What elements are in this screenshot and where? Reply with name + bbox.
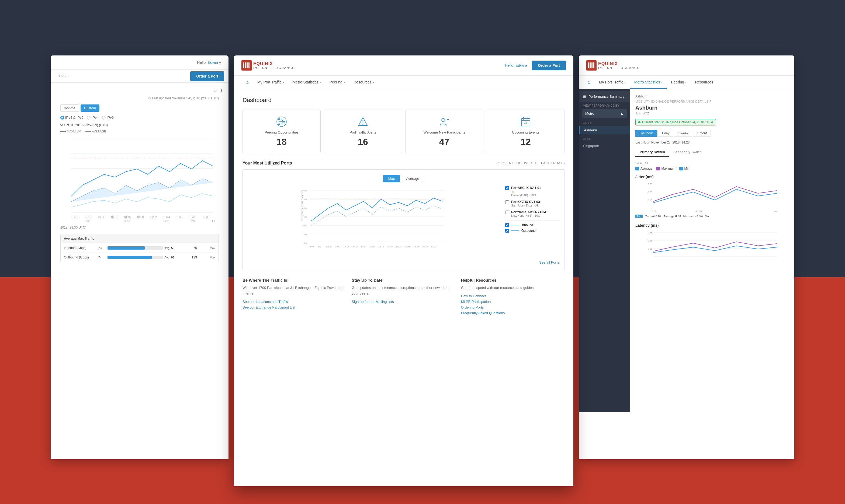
legend-outbound-checkbox[interactable]	[505, 229, 509, 233]
nav-resources[interactable]: Resources ▾	[349, 76, 378, 89]
logo-equinix: EQUINIX	[253, 61, 295, 66]
chart-legend-row: MAXMIUM AVERAGE	[56, 130, 223, 133]
peering-icon	[276, 116, 288, 128]
svg-text:0.15: 0.15	[648, 199, 652, 202]
svg-text:10/02: 10/02	[308, 246, 314, 248]
sidebar-ashburn[interactable]: Ashburn	[579, 126, 630, 134]
see-all-ports-link[interactable]: See all Ports	[248, 260, 559, 265]
right-content: ▦ Performance Summary VIEW PERFORMANCE B…	[579, 89, 794, 412]
stat-card-alerts[interactable]: Port Traffic Alerts 16	[324, 110, 402, 153]
check-min-box[interactable]	[679, 167, 683, 170]
svg-text:0: 0	[651, 207, 652, 210]
resources-link-3[interactable]: Ordering Ports	[461, 305, 565, 309]
date-range-text: to Oct 31, 2018 (23:59:59) (UTC)	[56, 123, 223, 127]
radio-ipv4[interactable]: IPv4	[87, 115, 99, 120]
right-nav-home[interactable]: ⌂	[583, 76, 595, 89]
check-avg-box[interactable]	[635, 167, 639, 170]
sidebar-metro-dropdown[interactable]: Metro ▲	[582, 109, 627, 118]
stat-card-events[interactable]: 31 Upcoming Events 12	[487, 110, 565, 153]
svg-point-37	[442, 119, 445, 122]
nav-my-port-traffic[interactable]: My Port Traffic ▾	[253, 76, 288, 89]
legend-port-3-checkbox[interactable]	[505, 211, 509, 214]
nav-metro-statistics[interactable]: Metro Statistics ▾	[288, 76, 325, 89]
radio-ipv4-ipv6[interactable]: IPv4 & IPv6	[61, 115, 84, 120]
right-nav: ⌂ My Port Traffic ▾ Metro Statistics ▾ P…	[579, 76, 794, 89]
svg-rect-28	[243, 64, 244, 64]
time-tab-1week[interactable]: 1 week	[674, 130, 692, 137]
center-panel: EQUINIX INTERNET EXCHANGE Hello, Edwin▾ …	[234, 55, 573, 486]
latency-chart-svg: 0.35 0.25 0.15	[635, 230, 789, 262]
latency-metric-section: Latency (ms) 0.35 0.25 0.15	[635, 223, 789, 262]
left-header: Hello, Edwin ▾	[51, 55, 228, 70]
bookmark-icon[interactable]: ☆	[213, 88, 217, 93]
toggle-max-btn[interactable]: Max	[383, 175, 400, 182]
chart-toggles: Max Average	[248, 175, 559, 182]
updates-link-1[interactable]: Sign up for our Mailing lists	[352, 300, 455, 304]
radio-ipv6[interactable]: IPv6	[102, 115, 114, 120]
toggle-avg-btn[interactable]: Average	[401, 175, 424, 182]
order-port-btn-left[interactable]: Order a Port	[190, 71, 224, 81]
traffic-link-1[interactable]: See our Locations and Traffic	[242, 300, 346, 304]
check-max-box[interactable]	[656, 167, 660, 170]
participants-value: 47	[410, 137, 479, 147]
logo-icon	[241, 60, 252, 71]
svg-point-33	[283, 121, 285, 123]
svg-text:⊡: ⊡	[212, 219, 215, 223]
page-title: Dashboard	[242, 97, 565, 104]
svg-text:10/18: 10/18	[378, 246, 384, 248]
svg-text:10/26: 10/26	[413, 246, 419, 248]
nav-item-resources[interactable]: rces ▾	[55, 70, 73, 83]
jitter-footer: Avg Current 0.62 Average 0.66 Maximum 1.…	[635, 215, 789, 218]
traffic-section-body: With over 1700 Participants at 31 Exchan…	[242, 285, 346, 296]
svg-text:90%: 90%	[302, 190, 307, 192]
order-port-btn-center[interactable]: Order a Port	[532, 60, 566, 70]
outbound-line-icon	[511, 231, 519, 231]
stat-card-peering[interactable]: Peering Opportunities 18	[242, 110, 321, 153]
traffic-table-header: Average/Max Traffic	[61, 234, 219, 244]
avg-line-icon	[85, 131, 91, 132]
center-main-content: Dashboard Peering O	[234, 89, 573, 324]
sidebar-view-label: VIEW PERFORMANCE BY	[579, 102, 630, 108]
svg-text:14:00: 14:00	[651, 210, 657, 213]
resources-link-1[interactable]: How to Connect	[461, 294, 565, 298]
nav-peering[interactable]: Peering ▾	[325, 76, 349, 89]
jitter-chart-svg: 0.35 0.25 0.15 0	[635, 181, 789, 214]
avg-legend: AVERAGE	[85, 130, 106, 133]
sidebar-singapore[interactable]: Singapore	[579, 142, 630, 150]
max-line-icon	[61, 131, 66, 132]
time-btn-months[interactable]: months	[61, 105, 79, 112]
stat-card-participants[interactable]: Welcome New Participants 47	[405, 110, 483, 153]
time-btn-custom[interactable]: Custom	[81, 105, 100, 112]
ports-section-meta: PORT TRAFFIC OVER THE PAST 14 DAYS	[496, 161, 565, 165]
alerts-value: 16	[328, 137, 397, 147]
svg-text:14:10: 14:10	[696, 210, 702, 213]
section-resources: Helpful Resources Get up to speed with o…	[461, 278, 565, 317]
legend-inbound-checkbox[interactable]	[505, 223, 509, 227]
traffic-link-2[interactable]: See our Exchange Participant List	[242, 305, 346, 309]
check-average: Average	[635, 167, 652, 170]
time-tab-1day[interactable]: 1 day	[657, 130, 673, 137]
legend-port-2-checkbox[interactable]	[505, 200, 509, 204]
legend-inbound: Inbound	[505, 223, 559, 227]
legend-port-1-checkbox[interactable]	[505, 186, 509, 190]
right-nav-port-traffic[interactable]: My Port Traffic ▾	[595, 76, 630, 89]
time-tabs: Last hour 1 day 1 week 1 mont	[635, 130, 789, 137]
ports-section-title: Your Most Utilized Ports	[242, 161, 292, 166]
svg-rect-27	[248, 62, 249, 68]
right-nav-resources[interactable]: Resources	[691, 76, 718, 89]
time-tab-last-hour[interactable]: Last hour	[635, 130, 657, 137]
resources-link-2[interactable]: MLPE Participation	[461, 300, 565, 304]
status-badge: Current Status: UP Since October 24, 201…	[635, 119, 716, 125]
right-nav-peering[interactable]: Peering ▾	[667, 76, 691, 89]
nav-home-icon[interactable]: ⌂	[241, 76, 253, 89]
primary-switch-tab[interactable]: Primary Switch	[635, 148, 669, 157]
svg-point-31	[278, 118, 280, 120]
download-icon[interactable]: ⬇	[220, 88, 223, 93]
resources-link-4[interactable]: Frequently Asked Questions	[461, 311, 565, 315]
secondary-switch-tab[interactable]: Secondary Switch	[669, 148, 706, 157]
right-logo-icon	[586, 60, 597, 71]
right-nav-metro[interactable]: Metro Statistics ▾	[630, 76, 667, 89]
time-tab-1month[interactable]: 1 mont	[693, 130, 711, 137]
sidebar-perf-summary[interactable]: ▦ Performance Summary	[579, 91, 630, 102]
participants-label: Welcome New Participants	[410, 130, 479, 134]
